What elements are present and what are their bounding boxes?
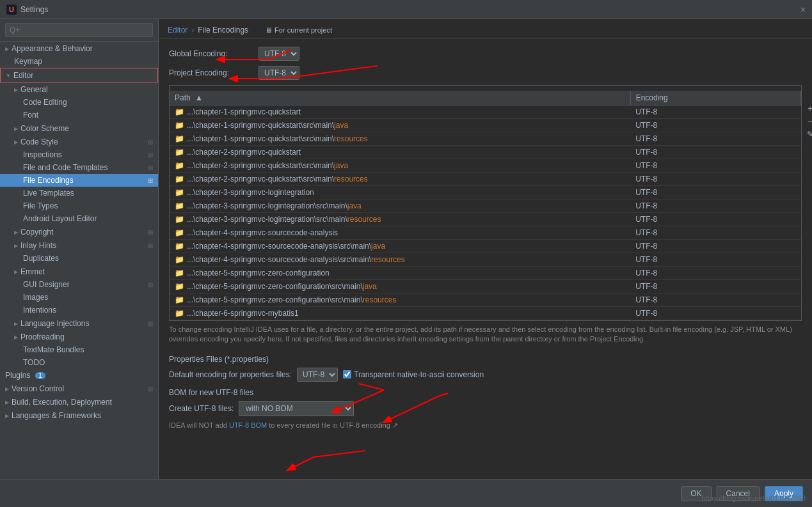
- global-encoding-row: Global Encoding: UTF-8: [169, 47, 802, 61]
- transparent-label[interactable]: Transparent native-to-ascii conversion: [343, 370, 484, 379]
- sidebar-item-label: GUI Designer: [23, 280, 70, 289]
- for-project-link[interactable]: 🖥 For current project: [265, 26, 332, 34]
- table-row[interactable]: 📁...\chapter-4-springmvc-sourcecode-anal…: [170, 253, 801, 267]
- path-text: ...\chapter-5-springmvc-zero-configurati…: [187, 269, 330, 277]
- sidebar-item-language-injections[interactable]: Language Injections ⊞: [0, 316, 158, 330]
- expand-icon: [14, 243, 18, 249]
- table-row[interactable]: 📁...\chapter-1-springmvc-quickstart\src\…: [170, 132, 801, 146]
- table-row[interactable]: 📁...\chapter-5-springmvc-zero-configurat…: [170, 280, 801, 293]
- plugin-badge: 1: [35, 372, 45, 379]
- sidebar-item-build[interactable]: Build, Execution, Deployment: [0, 395, 158, 409]
- monitor-icon: 🖥: [265, 26, 272, 34]
- table-row[interactable]: 📁...\chapter-4-springmvc-sourcecode-anal…: [170, 226, 801, 240]
- table-row[interactable]: 📁...\chapter-4-springmvc-sourcecode-anal…: [170, 240, 801, 253]
- sidebar-item-inspections[interactable]: Inspections ⊞: [0, 148, 158, 161]
- folder-icon: 📁: [175, 148, 184, 157]
- bottom-bar: OK Cancel Apply: [0, 479, 812, 507]
- table-row[interactable]: 📁...\chapter-5-springmvc-zero-configurat…: [170, 293, 801, 307]
- encoding-cell: UTF-8: [630, 173, 800, 186]
- folder-icon: 📁: [175, 309, 184, 318]
- path-text: ...\chapter-2-springmvc-quickstart\src\m…: [187, 161, 334, 170]
- breadcrumb-editor[interactable]: Editor: [168, 26, 187, 35]
- default-encoding-select[interactable]: UTF-8: [297, 368, 338, 382]
- folder-icon: 📁: [175, 201, 184, 210]
- close-button[interactable]: ×: [800, 4, 806, 15]
- sidebar-item-file-encodings[interactable]: File Encodings ⊞: [0, 174, 158, 187]
- for-project-text: For current project: [275, 26, 332, 34]
- table-row[interactable]: 📁...\chapter-6-springmvc-mybatis1UTF-8: [170, 307, 801, 320]
- bom-link[interactable]: UTF-8 BOM: [229, 421, 267, 429]
- bom-row: Create UTF-8 files: with NO BOM with BOM: [169, 401, 802, 416]
- project-encoding-select[interactable]: UTF-8: [259, 66, 299, 80]
- sidebar-item-editor[interactable]: Editor: [0, 68, 158, 82]
- table-row[interactable]: 📁...\chapter-3-springmvc-logintegration\…: [170, 213, 801, 226]
- sidebar-item-todo[interactable]: TODO: [0, 356, 158, 369]
- sidebar-item-images[interactable]: Images: [0, 291, 158, 304]
- sidebar-item-label: Code Editing: [23, 98, 67, 107]
- path-bold: resources: [371, 255, 405, 264]
- sidebar-item-file-types[interactable]: File Types: [0, 199, 158, 212]
- remove-button[interactable]: −: [804, 116, 812, 127]
- sidebar-item-emmet[interactable]: Emmet: [0, 265, 158, 278]
- sidebar-item-keymap[interactable]: Keymap: [0, 55, 158, 68]
- expand-icon: [5, 400, 9, 405]
- sidebar-item-languages[interactable]: Languages & Frameworks: [0, 409, 158, 422]
- table-row[interactable]: 📁...\chapter-3-springmvc-logintegrationU…: [170, 186, 801, 199]
- sidebar-item-font[interactable]: Font: [0, 109, 158, 121]
- sidebar-item-inlay-hints[interactable]: Inlay Hints ⊞: [0, 238, 158, 252]
- sidebar-item-intentions[interactable]: Intentions: [0, 304, 158, 316]
- sidebar-item-label: Plugins: [5, 371, 30, 380]
- folder-icon: 📁: [175, 161, 184, 170]
- sidebar-item-code-style[interactable]: Code Style ⊞: [0, 135, 158, 148]
- table-row[interactable]: 📁...\chapter-1-springmvc-quickstart\src\…: [170, 119, 801, 132]
- expand-icon: [6, 73, 11, 79]
- edit-button[interactable]: ✎: [804, 129, 812, 140]
- bom-select[interactable]: with NO BOM with BOM: [239, 401, 354, 416]
- encoding-cell: UTF-8: [630, 159, 800, 173]
- copy-icon: ⊞: [148, 242, 153, 249]
- table-row[interactable]: 📁...\chapter-5-springmvc-zero-configurat…: [170, 267, 801, 280]
- sidebar-item-android-layout[interactable]: Android Layout Editor: [0, 212, 158, 225]
- folder-icon: 📁: [175, 295, 184, 304]
- sidebar-item-color-scheme[interactable]: Color Scheme: [0, 121, 158, 135]
- sidebar-item-proofreading[interactable]: Proofreading: [0, 330, 158, 343]
- folder-icon: 📁: [175, 242, 184, 251]
- file-table: Path ▲ Encoding 📁...\chapter-1-springmvc…: [170, 91, 801, 320]
- expand-icon: [5, 46, 9, 52]
- sidebar-item-textmate[interactable]: TextMate Bundles: [0, 343, 158, 356]
- table-row[interactable]: 📁...\chapter-1-springmvc-quickstartUTF-8: [170, 105, 801, 119]
- sidebar-item-plugins[interactable]: Plugins 1: [0, 369, 158, 382]
- add-button[interactable]: +: [804, 103, 812, 114]
- transparent-checkbox[interactable]: [343, 370, 351, 378]
- encoding-cell: UTF-8: [630, 132, 800, 146]
- file-table-container[interactable]: Path ▲ Encoding 📁...\chapter-1-springmvc…: [169, 85, 802, 321]
- path-text: ...\chapter-1-springmvc-quickstart: [187, 107, 301, 116]
- sidebar-item-live-templates[interactable]: Live Templates: [0, 187, 158, 199]
- table-row[interactable]: 📁...\chapter-2-springmvc-quickstartUTF-8: [170, 146, 801, 159]
- sidebar-item-copyright[interactable]: Copyright ⊞: [0, 225, 158, 238]
- sidebar-item-file-templates[interactable]: File and Code Templates ⊞: [0, 161, 158, 174]
- sidebar-item-gui-designer[interactable]: GUI Designer ⊞: [0, 278, 158, 291]
- sidebar-item-label: Inlay Hints: [20, 241, 56, 250]
- sidebar-item-general[interactable]: General: [0, 82, 158, 96]
- properties-section-title: Properties Files (*.properties): [169, 355, 802, 364]
- sidebar-item-label: File and Code Templates: [23, 163, 108, 172]
- sidebar-item-label: Images: [23, 293, 48, 302]
- folder-icon: 📁: [175, 228, 184, 237]
- col-path[interactable]: Path ▲: [170, 91, 630, 105]
- sidebar-item-duplicates[interactable]: Duplicates: [0, 252, 158, 265]
- sidebar-item-appearance[interactable]: Appearance & Behavior: [0, 42, 158, 55]
- table-row[interactable]: 📁...\chapter-3-springmvc-logintegration\…: [170, 199, 801, 213]
- sidebar-item-version-control[interactable]: Version Control ⊞: [0, 382, 158, 395]
- col-encoding[interactable]: Encoding: [630, 91, 800, 105]
- expand-icon: [14, 87, 18, 93]
- table-row[interactable]: 📁...\chapter-2-springmvc-quickstart\src\…: [170, 159, 801, 173]
- global-encoding-select[interactable]: UTF-8: [259, 47, 299, 61]
- path-bold: java: [371, 242, 385, 251]
- sidebar-item-code-editing[interactable]: Code Editing: [0, 96, 158, 109]
- path-text: ...\chapter-2-springmvc-quickstart: [187, 148, 301, 157]
- table-row[interactable]: 📁...\chapter-2-springmvc-quickstart\src\…: [170, 173, 801, 186]
- path-text: ...\chapter-1-springmvc-quickstart\src\m…: [187, 121, 334, 130]
- folder-icon: 📁: [175, 282, 184, 291]
- search-input[interactable]: [5, 23, 153, 37]
